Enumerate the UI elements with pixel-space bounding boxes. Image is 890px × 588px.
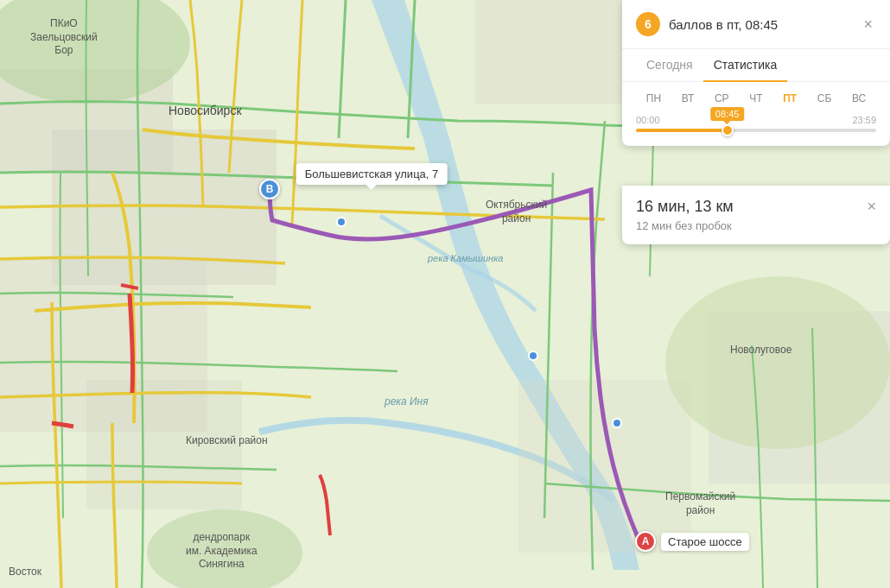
svg-point-9 — [665, 276, 890, 449]
svg-point-11 — [337, 218, 346, 226]
slider-track[interactable]: 08:45 — [636, 129, 876, 132]
day-pn[interactable]: ПН — [643, 91, 664, 106]
marker-a-group: А Старое шоссе — [635, 531, 749, 552]
day-vs[interactable]: ВС — [849, 91, 869, 106]
balloon-text: Большевистская улица, 7 — [305, 168, 439, 180]
traffic-header: 6 баллов в пт, 08:45 × — [622, 0, 890, 49]
day-sr[interactable]: СР — [711, 91, 733, 106]
tab-stats[interactable]: Статистика — [703, 49, 788, 82]
svg-rect-6 — [518, 380, 691, 553]
day-cht[interactable]: ЧТ — [746, 91, 766, 106]
slider-tooltip: 08:45 — [710, 107, 745, 121]
map-container[interactable]: ПКиОЗаельцовскийБор Новосибирск Октябрьс… — [0, 0, 890, 588]
slider-filled — [636, 129, 728, 132]
svg-point-13 — [613, 419, 621, 427]
route-time-distance: 16 мин, 13 км — [636, 198, 734, 216]
route-close-button[interactable]: × — [867, 198, 876, 216]
route-header: 16 мин, 13 км × — [636, 198, 876, 216]
traffic-tabs: Сегодня Статистика — [622, 49, 890, 82]
marker-b[interactable]: В — [259, 179, 280, 199]
marker-a-label: Старое шоссе — [661, 533, 749, 551]
traffic-panel: 6 баллов в пт, 08:45 × Сегодня Статистик… — [622, 0, 890, 146]
slider-thumb-container: 08:45 — [722, 124, 734, 136]
day-sb[interactable]: СБ — [814, 91, 836, 106]
day-vt[interactable]: ВТ — [678, 91, 698, 106]
time-end: 23:59 — [852, 115, 876, 125]
route-panel: 16 мин, 13 км × 12 мин без пробок — [622, 186, 890, 244]
traffic-title: баллов в пт, 08:45 — [669, 17, 860, 32]
days-row: ПН ВТ СР ЧТ ПТ СБ ВС — [622, 82, 890, 111]
time-start: 00:00 — [636, 115, 660, 125]
tab-today[interactable]: Сегодня — [636, 49, 703, 82]
marker-a[interactable]: А — [635, 531, 656, 552]
day-pt[interactable]: ПТ — [779, 91, 800, 106]
route-no-traffic-time: 12 мин без пробок — [636, 219, 876, 232]
address-balloon: Большевистская улица, 7 — [296, 163, 448, 185]
time-labels: 00:00 23:59 — [636, 115, 876, 125]
svg-point-12 — [529, 351, 537, 360]
traffic-close-button[interactable]: × — [860, 16, 876, 32]
time-slider-container: 00:00 23:59 08:45 — [622, 111, 890, 146]
svg-rect-4 — [86, 380, 242, 509]
traffic-score-badge: 6 — [636, 12, 660, 36]
